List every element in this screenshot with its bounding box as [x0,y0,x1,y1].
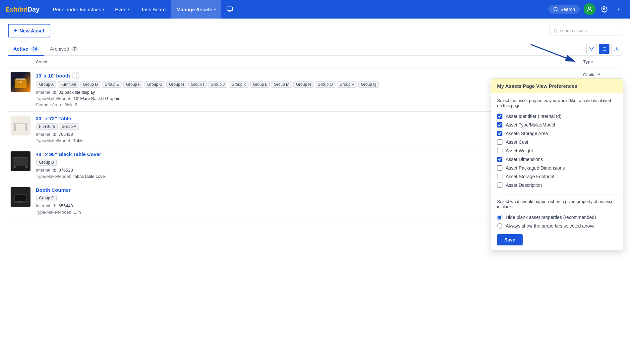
svg-line-25 [75,76,76,77]
asset-type-badge: Capital A [583,72,601,77]
asset-tag: Group E [102,81,122,88]
col-header-type: Type [581,56,622,68]
brand-part1: Exhibit [5,6,28,13]
preferences-panel: My Assets Page View Preferences Select t… [491,78,623,250]
pref-checkbox-row: Asset Type/Make/Model [497,121,617,129]
pref-checkbox-2[interactable] [497,131,502,136]
tabs: Active 24 Archived 7 [8,43,622,56]
asset-tag: Group B [36,159,57,166]
asset-tag: Furniture [36,123,58,130]
svg-rect-27 [13,123,28,124]
pref-checkbox-0[interactable] [497,114,502,119]
pref-checkbox-row: Asset Storage Footprint [497,172,617,181]
asset-tag: Furniture [58,81,79,88]
pref-checkbox-row: Asset Description [497,181,617,189]
search-icon [553,7,558,12]
svg-point-22 [76,74,77,75]
svg-rect-30 [13,157,28,158]
pref-radio-label-1: Always show the properties selected abov… [506,223,595,229]
brand-part2: Day [28,6,40,13]
svg-rect-0 [227,7,233,11]
settings-icon[interactable] [598,3,610,15]
pref-radio-row: Hide blank asset properties (recommended… [497,213,617,222]
svg-point-6 [603,9,605,10]
svg-rect-29 [26,124,27,131]
svg-point-24 [76,76,77,77]
pref-checkbox-label-7: Asset Storage Footprint [506,174,554,179]
svg-rect-28 [14,124,16,131]
columns-icon [601,46,607,52]
company-caret-icon: ▾ [103,8,104,11]
download-icon [614,46,619,52]
asset-tag: Group P [337,81,357,88]
tab-active[interactable]: Active 24 [8,43,44,56]
asset-tag: Group G [144,81,165,88]
columns-icon-btn[interactable] [599,44,609,54]
pref-checkbox-row: Asset Cost [497,138,617,146]
filter-icon-btn[interactable] [586,44,597,54]
pref-checkbox-1[interactable] [497,122,502,128]
pref-radio-label-0: Hide blank asset properties (recommended… [506,215,596,220]
nav-broadcast-icon[interactable] [221,0,238,19]
asset-tag: Group I [188,81,207,88]
pref-checkbox-label-3: Asset Cost [506,139,528,145]
nav-chevron-icon[interactable]: ▾ [613,3,625,15]
pref-checkbox-label-6: Asset Packaged Dimensions [506,165,565,171]
pref-checkbox-label-1: Asset Type/Make/Model [506,122,555,128]
nav-events[interactable]: Events [110,0,136,19]
asset-tag: Group A [36,81,56,88]
pref-checkbox-row: Asset Weight [497,146,617,155]
pref-blank-subtitle: Select what should happen when a given p… [497,199,617,209]
navbar: ExhibitDay Pennlander Industries ▾ Event… [0,0,630,19]
asset-tag: Group H [166,81,187,88]
download-icon-btn[interactable] [611,44,622,54]
brand-logo[interactable]: ExhibitDay [5,6,39,13]
pref-checkbox-row: Asset Dimensions [497,155,617,164]
pref-checkbox-row: Asset Identifier (Internal Id) [497,112,617,121]
svg-rect-33 [26,166,28,168]
nav-company[interactable]: Pennlander Industries ▾ [47,0,110,19]
search-assets-input[interactable]: search assets [549,26,622,35]
svg-rect-36 [19,201,23,203]
pref-checkbox-row: Asset Packaged Dimensions [497,164,617,172]
pref-checkbox-4[interactable] [497,148,502,153]
asset-tag: Group A [59,123,79,130]
svg-rect-32 [14,166,16,168]
pref-checkbox-5[interactable] [497,157,502,162]
pref-checkbox-7[interactable] [497,174,502,179]
pref-subtitle: Select the asset properties you would li… [497,98,617,108]
pref-radio-0[interactable] [497,215,502,220]
plus-icon: + [14,27,18,34]
asset-tag: Group Q [358,81,379,88]
top-bar: + New Asset search assets [8,24,622,37]
main-content: + New Asset search assets Active 24 Arch… [0,19,630,364]
pref-checkbox-8[interactable] [497,182,502,188]
tab-archived[interactable]: Archived 7 [44,43,83,56]
nav-manage-assets[interactable]: Manage Assets ▾ [171,0,221,19]
asset-tag: Group M [271,81,292,88]
pref-checkbox-3[interactable] [497,139,502,145]
share-icon[interactable] [72,72,79,79]
svg-rect-35 [15,195,26,201]
pref-checkbox-label-8: Asset Description [506,182,542,188]
pref-checkbox-label-4: Asset Weight [506,148,533,153]
pref-radio-row: Always show the properties selected abov… [497,222,617,230]
pref-checkbox-row: Assets Storage Area [497,129,617,138]
asset-tag: Group K [229,81,249,88]
asset-tag: Group L [250,81,270,88]
pref-checkbox-6[interactable] [497,165,502,171]
nav-taskboard[interactable]: Task Board [136,0,171,19]
new-asset-button[interactable]: + New Asset [8,24,50,37]
svg-point-7 [554,29,557,32]
svg-text:HLO: HLO [17,81,22,84]
asset-tag: Group J [208,81,228,88]
pref-radio-1[interactable] [497,223,502,229]
svg-marker-11 [589,47,594,51]
pref-checkbox-label-5: Asset Dimensions [506,157,543,162]
pref-save-button[interactable]: Save [497,234,523,245]
col-header-asset: Asset [33,56,581,68]
nav-search-button[interactable]: Search [548,5,580,14]
pref-checkbox-label-0: Asset Identifier (Internal Id) [506,114,561,119]
svg-point-5 [588,7,591,9]
avatar[interactable] [584,3,596,15]
